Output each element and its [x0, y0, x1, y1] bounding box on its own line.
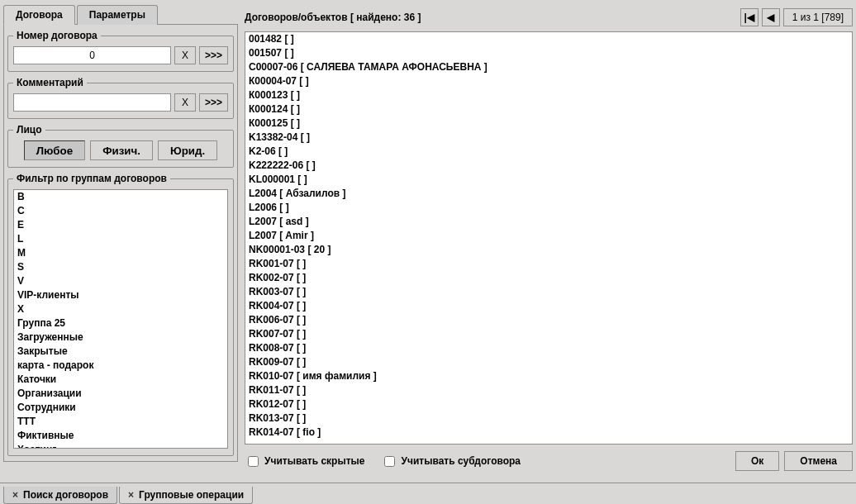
- footer-tab-search-label: Поиск договоров: [23, 489, 108, 501]
- result-item[interactable]: RK008-07 [ ]: [245, 341, 852, 355]
- tab-params[interactable]: Параметры: [77, 5, 158, 25]
- check-hidden-label: Учитывать скрытые: [264, 455, 364, 467]
- footer-tabs: × Поиск договоров × Групповые операции: [0, 483, 856, 504]
- pager-label: 1 из 1 [789]: [783, 8, 853, 26]
- filter-item[interactable]: карта - подарок: [14, 359, 227, 373]
- ok-button[interactable]: Ок: [735, 451, 779, 471]
- filter-item[interactable]: Фиктивные: [14, 429, 227, 443]
- clear-comment-button[interactable]: X: [174, 93, 196, 112]
- result-item[interactable]: RK011-07 [ ]: [245, 383, 852, 397]
- pager-prev-button[interactable]: ◀: [762, 8, 780, 26]
- face-jur-button[interactable]: Юрид.: [158, 140, 217, 160]
- result-item[interactable]: 001482 [ ]: [245, 32, 852, 46]
- filter-item[interactable]: S: [14, 260, 227, 274]
- filter-item[interactable]: V: [14, 274, 227, 288]
- result-item[interactable]: RK012-07 [ ]: [245, 397, 852, 411]
- results-title: Договоров/объектов [ найдено: 36 ]: [245, 12, 421, 23]
- check-sub[interactable]: Учитывать субдоговора: [381, 454, 521, 469]
- group-filter: Фильтр по группам договоров BCELMSVVIP-к…: [7, 173, 234, 456]
- result-item[interactable]: RK001-07 [ ]: [245, 257, 852, 271]
- search-comment-button[interactable]: >>>: [199, 93, 228, 112]
- filter-panel: Номер договора X >>> Комментарий X >>> Л…: [3, 24, 238, 462]
- footer-tab-group-ops[interactable]: × Групповые операции: [119, 487, 253, 504]
- filter-item[interactable]: ТТТ: [14, 415, 227, 429]
- legend-face: Лицо: [13, 124, 45, 136]
- filter-item[interactable]: Организации: [14, 387, 227, 401]
- result-item[interactable]: К000125 [ ]: [245, 116, 852, 131]
- comment-input[interactable]: [13, 93, 171, 112]
- result-item[interactable]: NK00001-03 [ 20 ]: [245, 243, 852, 257]
- tab-contracts[interactable]: Договора: [3, 5, 75, 25]
- legend-comment: Комментарий: [13, 77, 87, 88]
- filter-item[interactable]: Закрытые: [14, 345, 227, 359]
- check-hidden[interactable]: Учитывать скрытые: [245, 454, 364, 469]
- filter-item[interactable]: Каточки: [14, 373, 227, 387]
- result-item[interactable]: L2007 [ asd ]: [245, 215, 852, 229]
- result-item[interactable]: RK007-07 [ ]: [245, 327, 852, 341]
- group-contract-number: Номер договора X >>>: [7, 30, 234, 72]
- result-item[interactable]: L2004 [ Абзалилов ]: [245, 187, 852, 201]
- clear-number-button[interactable]: X: [174, 46, 196, 64]
- pager-first-button[interactable]: |◀: [740, 8, 759, 26]
- result-item[interactable]: KL000001 [ ]: [245, 173, 852, 187]
- result-item[interactable]: К000124 [ ]: [245, 102, 852, 116]
- result-item[interactable]: L2006 [ ]: [245, 201, 852, 215]
- group-face: Лицо Любое Физич. Юрид.: [7, 124, 234, 168]
- filter-item[interactable]: Группа 25: [14, 316, 227, 330]
- results-listbox[interactable]: 001482 [ ]001507 [ ]С00007-06 [ САЛЯЕВА …: [245, 31, 853, 445]
- filter-item[interactable]: Сотрудники: [14, 401, 227, 415]
- result-item[interactable]: RK004-07 [ ]: [245, 299, 852, 313]
- search-number-button[interactable]: >>>: [199, 46, 228, 64]
- filter-item[interactable]: L: [14, 232, 227, 246]
- result-item[interactable]: С00007-06 [ САЛЯЕВА ТАМАРА АФОНАСЬЕВНА ]: [245, 60, 852, 74]
- filter-item[interactable]: M: [14, 246, 227, 260]
- result-item[interactable]: RK014-07 [ fio ]: [245, 426, 852, 440]
- result-item[interactable]: К00004-07 [ ]: [245, 74, 852, 88]
- check-hidden-box[interactable]: [248, 456, 259, 467]
- check-sub-box[interactable]: [384, 456, 395, 467]
- filter-item[interactable]: Хостинг: [14, 443, 227, 449]
- result-item[interactable]: K222222-06 [ ]: [245, 159, 852, 173]
- group-comment: Комментарий X >>>: [7, 77, 234, 119]
- result-item[interactable]: RK010-07 [ имя фамилия ]: [245, 369, 852, 383]
- filter-listbox[interactable]: BCELMSVVIP-клиентыXГруппа 25ЗагруженныеЗ…: [13, 189, 228, 449]
- result-item[interactable]: 001507 [ ]: [245, 46, 852, 60]
- filter-item[interactable]: E: [14, 218, 227, 232]
- footer-tab-group-ops-label: Групповые операции: [139, 489, 244, 501]
- filter-item[interactable]: VIP-клиенты: [14, 288, 227, 302]
- result-item[interactable]: К000123 [ ]: [245, 88, 852, 102]
- face-phys-button[interactable]: Физич.: [90, 140, 153, 160]
- result-item[interactable]: RK009-07 [ ]: [245, 355, 852, 369]
- footer-tab-search[interactable]: × Поиск договоров: [3, 487, 117, 504]
- pager: |◀ ◀ 1 из 1 [789]: [740, 8, 853, 26]
- filter-item[interactable]: Загруженные: [14, 330, 227, 345]
- legend-number: Номер договора: [13, 30, 101, 41]
- result-item[interactable]: RK002-07 [ ]: [245, 271, 852, 285]
- close-icon[interactable]: ×: [12, 489, 18, 501]
- result-item[interactable]: L2007 [ Amir ]: [245, 229, 852, 243]
- cancel-button[interactable]: Отмена: [784, 451, 853, 471]
- filter-item[interactable]: B: [14, 190, 227, 204]
- result-item[interactable]: RK003-07 [ ]: [245, 285, 852, 299]
- result-item[interactable]: K13382-04 [ ]: [245, 131, 852, 145]
- filter-item[interactable]: X: [14, 302, 227, 316]
- legend-filter: Фильтр по группам договоров: [13, 173, 170, 184]
- filter-item[interactable]: C: [14, 204, 227, 218]
- face-any-button[interactable]: Любое: [24, 140, 85, 160]
- contract-number-input[interactable]: [13, 46, 171, 64]
- result-item[interactable]: RK006-07 [ ]: [245, 313, 852, 327]
- check-sub-label: Учитывать субдоговора: [401, 455, 521, 467]
- result-item[interactable]: K2-06 [ ]: [245, 145, 852, 159]
- close-icon[interactable]: ×: [128, 489, 134, 501]
- result-item[interactable]: RK013-07 [ ]: [245, 411, 852, 426]
